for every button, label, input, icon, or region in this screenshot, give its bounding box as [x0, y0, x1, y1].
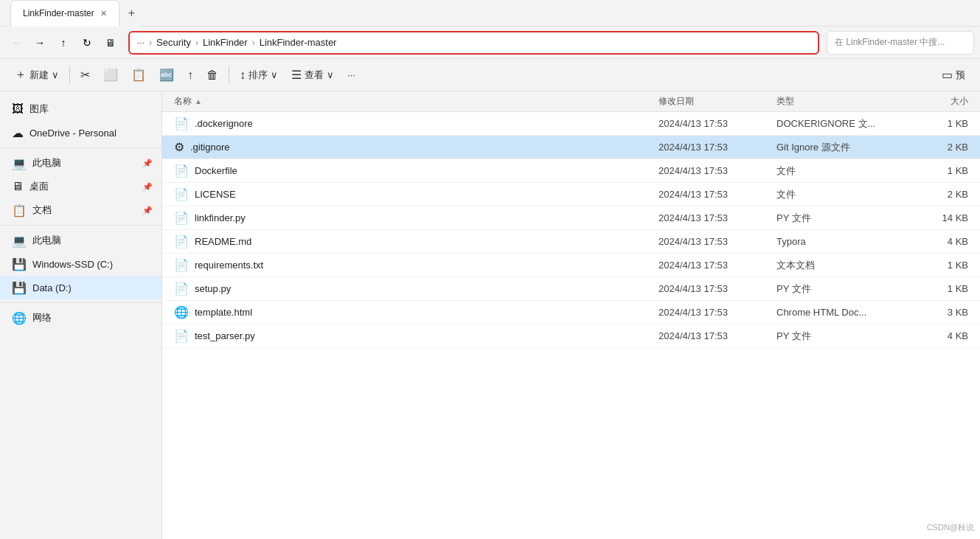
- onedrive-icon: ☁: [12, 126, 24, 140]
- file-type-dockerignore: DOCKERIGNORE 文...: [776, 117, 909, 131]
- file-date-linkfinderpy: 2024/4/13 17:53: [658, 212, 776, 223]
- file-name-testparser: test_parser.py: [195, 330, 255, 341]
- breadcrumb-master[interactable]: LinkFinder-master: [260, 37, 337, 48]
- file-icon-templatehtml: 🌐: [174, 305, 189, 319]
- file-date-setuppy: 2024/4/13 17:53: [658, 283, 776, 294]
- tab-add-btn[interactable]: +: [122, 7, 141, 20]
- copy-icon: ⬜: [103, 68, 118, 82]
- file-row-setuppy[interactable]: 📄 setup.py 2024/4/13 17:53 PY 文件 1 KB: [162, 277, 980, 301]
- breadcrumb-sep-2: ›: [195, 38, 198, 48]
- preview-button[interactable]: ▭ 预: [936, 64, 971, 86]
- search-box[interactable]: 在 LinkFinder-master 中搜...: [827, 31, 974, 55]
- file-row-testparser[interactable]: 📄 test_parser.py 2024/4/13 17:53 PY 文件 4…: [162, 324, 980, 348]
- new-arrow: ∨: [52, 69, 59, 80]
- file-type-dockerfile: 文件: [776, 164, 909, 178]
- copy-button[interactable]: ⬜: [97, 64, 124, 86]
- file-icon-gitignore: ⚙: [174, 140, 184, 154]
- file-size-dockerfile: 1 KB: [909, 165, 968, 176]
- sort-button[interactable]: ↕ 排序 ∨: [234, 65, 284, 86]
- breadcrumb-security[interactable]: Security: [156, 37, 191, 48]
- file-row-license[interactable]: 📄 LICENSE 2024/4/13 17:53 文件 2 KB: [162, 183, 980, 206]
- file-size-readme: 4 KB: [909, 236, 968, 247]
- file-icon-dockerfile: 📄: [174, 164, 189, 178]
- new-label: 新建: [29, 69, 49, 82]
- sort-icon: ↕: [240, 69, 246, 82]
- rename-icon: 🔤: [159, 68, 174, 82]
- file-date-requirements: 2024/4/13 17:53: [658, 260, 776, 271]
- rename-button[interactable]: 🔤: [153, 64, 180, 86]
- share-icon: ↑: [187, 69, 193, 82]
- view-button[interactable]: ☰ 查看 ∨: [285, 64, 340, 86]
- sidebar-label-winc: Windows-SSD (C:): [32, 259, 153, 270]
- file-date-readme: 2024/4/13 17:53: [658, 236, 776, 247]
- thispc2-icon: 💻: [12, 234, 27, 248]
- file-name-gitignore: .gitignore: [190, 142, 229, 153]
- file-size-setuppy: 1 KB: [909, 283, 968, 294]
- breadcrumb-linkfinder[interactable]: LinkFinder: [203, 37, 248, 48]
- file-icon-setuppy: 📄: [174, 282, 189, 296]
- file-size-license: 2 KB: [909, 189, 968, 200]
- file-name-setuppy: setup.py: [195, 283, 231, 294]
- sidebar-item-thispc[interactable]: 💻 此电脑 📌: [0, 151, 161, 175]
- file-date-dockerfile: 2024/4/13 17:53: [658, 165, 776, 176]
- header-name: 名称 ▲: [174, 95, 658, 108]
- file-row-dockerignore[interactable]: 📄 .dockerignore 2024/4/13 17:53 DOCKERIG…: [162, 112, 980, 136]
- file-name-license: LICENSE: [195, 189, 236, 200]
- sidebar-item-datad[interactable]: 💾 Data (D:): [0, 276, 161, 299]
- header-type: 类型: [776, 95, 909, 108]
- sidebar-item-gallery[interactable]: 🖼 图库: [0, 97, 161, 121]
- preview-icon: ▭: [942, 68, 953, 82]
- tab-close-btn[interactable]: ✕: [100, 9, 107, 18]
- file-type-testparser: PY 文件: [776, 330, 909, 343]
- sidebar-item-thispc2[interactable]: 💻 此电脑: [0, 229, 161, 252]
- sidebar: 🖼 图库 ☁ OneDrive - Personal 💻 此电脑 📌 🖥 桌面 …: [0, 91, 162, 539]
- file-row-readme[interactable]: 📄 README.md 2024/4/13 17:53 Typora 4 KB: [162, 230, 980, 254]
- refresh-button[interactable]: ↻: [77, 32, 97, 53]
- active-tab[interactable]: LinkFinder-master ✕: [10, 0, 119, 27]
- file-row-dockerfile[interactable]: 📄 Dockerfile 2024/4/13 17:53 文件 1 KB: [162, 159, 980, 183]
- address-bar[interactable]: ··· › Security › LinkFinder › LinkFinder…: [128, 31, 819, 55]
- paste-button[interactable]: 📋: [125, 64, 152, 86]
- sidebar-label-documents: 文档: [32, 204, 136, 217]
- sidebar-item-desktop[interactable]: 🖥 桌面 📌: [0, 175, 161, 198]
- breadcrumb-sep-3: ›: [252, 38, 255, 48]
- documents-icon: 📋: [12, 204, 27, 218]
- sidebar-item-network[interactable]: 🌐 网络: [0, 306, 161, 330]
- address-bar-wrapper: ··· › Security › LinkFinder › LinkFinder…: [128, 31, 819, 55]
- file-row-templatehtml[interactable]: 🌐 template.html 2024/4/13 17:53 Chrome H…: [162, 301, 980, 324]
- search-placeholder: 在 LinkFinder-master 中搜...: [835, 36, 945, 49]
- file-type-readme: Typora: [776, 236, 909, 247]
- up-button[interactable]: ↑: [53, 32, 74, 53]
- back-button[interactable]: ←: [6, 32, 27, 53]
- file-size-gitignore: 2 KB: [909, 142, 968, 153]
- sidebar-label-network: 网络: [32, 311, 153, 324]
- file-size-dockerignore: 1 KB: [909, 118, 968, 129]
- file-icon-readme: 📄: [174, 234, 189, 248]
- more-button[interactable]: ···: [341, 66, 361, 84]
- main-container: 🖼 图库 ☁ OneDrive - Personal 💻 此电脑 📌 🖥 桌面 …: [0, 91, 980, 539]
- sidebar-label-thispc2: 此电脑: [32, 234, 153, 247]
- file-row-requirements[interactable]: 📄 requirements.txt 2024/4/13 17:53 文本文档 …: [162, 254, 980, 277]
- file-type-templatehtml: Chrome HTML Doc...: [776, 307, 909, 318]
- new-button[interactable]: ＋ 新建 ∨: [9, 63, 65, 86]
- toolbar: ＋ 新建 ∨ ✂ ⬜ 📋 🔤 ↑ 🗑 ↕ 排序 ∨ ☰ 查看 ∨ ··· ▭ 预: [0, 59, 980, 91]
- file-row-gitignore[interactable]: ⚙ .gitignore 2024/4/13 17:53 Git Ignore …: [162, 136, 980, 159]
- sidebar-item-documents[interactable]: 📋 文档 📌: [0, 198, 161, 222]
- sidebar-item-winc[interactable]: 💾 Windows-SSD (C:): [0, 252, 161, 276]
- file-row-linkfinderpy[interactable]: 📄 linkfinder.py 2024/4/13 17:53 PY 文件 14…: [162, 206, 980, 230]
- share-button[interactable]: ↑: [181, 65, 199, 86]
- monitor-button[interactable]: 🖥: [100, 32, 121, 53]
- file-size-templatehtml: 3 KB: [909, 307, 968, 318]
- sidebar-divider-3: [0, 302, 161, 303]
- sidebar-item-onedrive[interactable]: ☁ OneDrive - Personal: [0, 121, 161, 145]
- thispc-icon: 💻: [12, 156, 27, 170]
- cut-button[interactable]: ✂: [74, 64, 96, 86]
- sort-label: 排序: [249, 69, 268, 82]
- file-type-linkfinderpy: PY 文件: [776, 212, 909, 225]
- forward-button[interactable]: →: [29, 32, 50, 53]
- sidebar-label-datad: Data (D:): [32, 282, 153, 293]
- file-list: 名称 ▲ 修改日期 类型 大小 📄 .dockerignore 2024/4/1…: [162, 91, 980, 539]
- file-type-setuppy: PY 文件: [776, 282, 909, 296]
- delete-button[interactable]: 🗑: [201, 65, 224, 86]
- file-name-dockerfile: Dockerfile: [195, 165, 237, 176]
